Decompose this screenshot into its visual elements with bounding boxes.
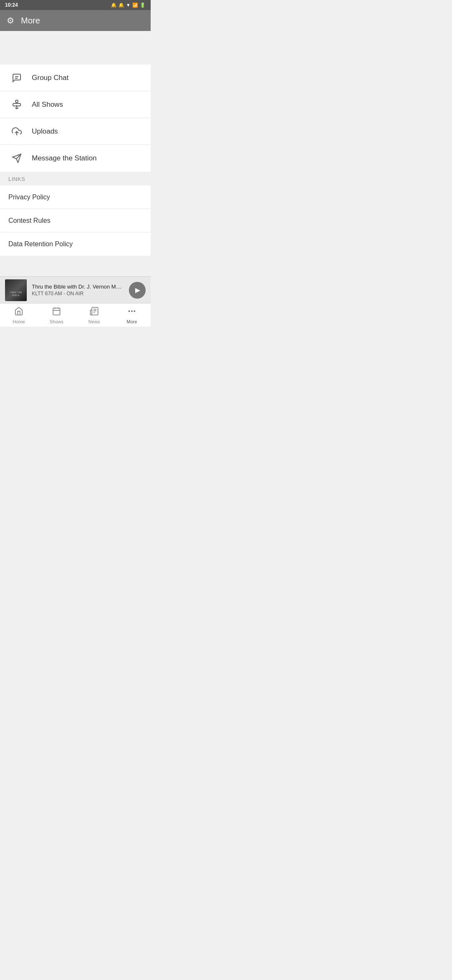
svg-point-18 xyxy=(129,311,130,312)
menu-item-message-station[interactable]: Message the Station xyxy=(0,145,151,172)
now-playing-subtitle: KLTT 670 AM - ON AIR xyxy=(32,291,124,297)
privacy-policy-label: Privacy Policy xyxy=(8,193,50,201)
battery-icon: 🔋 xyxy=(140,3,146,8)
status-time: 10:24 xyxy=(5,2,18,8)
play-button[interactable]: ▶ xyxy=(129,282,146,299)
top-spacer xyxy=(0,31,151,64)
all-shows-label: All Shows xyxy=(32,101,63,109)
menu-item-uploads[interactable]: Uploads xyxy=(0,118,151,145)
link-item-data-retention[interactable]: Data Retention Policy xyxy=(0,232,151,256)
group-chat-icon xyxy=(8,70,25,86)
data-retention-label: Data Retention Policy xyxy=(8,240,73,248)
uploads-label: Uploads xyxy=(32,127,58,136)
header: ⚙ More xyxy=(0,10,151,31)
nav-more-label: More xyxy=(126,319,137,324)
contest-rules-label: Contest Rules xyxy=(8,217,51,224)
gear-icon[interactable]: ⚙ xyxy=(7,15,14,26)
menu-item-group-chat[interactable]: Group Chat xyxy=(0,64,151,91)
links-section: Privacy Policy Contest Rules Data Retent… xyxy=(0,186,151,256)
play-icon: ▶ xyxy=(135,286,140,294)
message-station-label: Message the Station xyxy=(32,154,97,162)
more-nav-icon xyxy=(127,307,136,318)
now-playing-title: Thru the Bible with Dr. J. Vernon McGee xyxy=(32,284,124,290)
link-item-contest-rules[interactable]: Contest Rules xyxy=(0,209,151,232)
nav-item-news[interactable]: News xyxy=(75,304,113,327)
group-chat-label: Group Chat xyxy=(32,74,69,82)
notification-icon: 🔔 xyxy=(111,3,117,8)
nav-shows-label: Shows xyxy=(49,319,63,324)
menu-section: Group Chat All Shows Uploads xyxy=(0,64,151,172)
status-icons: 🔔 🔔 ▼ 📶 🔋 xyxy=(111,3,146,8)
message-station-icon xyxy=(8,150,25,167)
nav-item-more[interactable]: More xyxy=(113,304,151,327)
bottom-nav: Home Shows News xyxy=(0,303,151,327)
link-item-privacy-policy[interactable]: Privacy Policy xyxy=(0,186,151,209)
shows-icon xyxy=(52,307,61,318)
nav-news-label: News xyxy=(88,319,100,324)
svg-rect-9 xyxy=(53,308,60,315)
nav-home-label: Home xyxy=(13,319,25,324)
uploads-icon xyxy=(8,123,25,140)
now-playing-info: Thru the Bible with Dr. J. Vernon McGee … xyxy=(32,284,124,297)
news-icon xyxy=(90,307,99,318)
svg-point-16 xyxy=(131,311,132,312)
signal-icon: 📶 xyxy=(132,3,138,8)
wifi-icon: ▼ xyxy=(126,3,131,8)
svg-point-17 xyxy=(134,311,135,312)
now-playing-bar[interactable]: THRU THEBIBLE Thru the Bible with Dr. J.… xyxy=(0,276,151,303)
menu-item-all-shows[interactable]: All Shows xyxy=(0,91,151,118)
notification-icon-2: 🔔 xyxy=(118,3,124,8)
all-shows-icon xyxy=(8,96,25,113)
status-bar: 10:24 🔔 🔔 ▼ 📶 🔋 xyxy=(0,0,151,10)
now-playing-thumbnail: THRU THEBIBLE xyxy=(5,279,27,301)
home-icon xyxy=(14,307,23,318)
nav-item-home[interactable]: Home xyxy=(0,304,38,327)
nav-item-shows[interactable]: Shows xyxy=(38,304,75,327)
page-title: More xyxy=(21,16,40,26)
links-section-header: LINKS xyxy=(0,172,151,186)
